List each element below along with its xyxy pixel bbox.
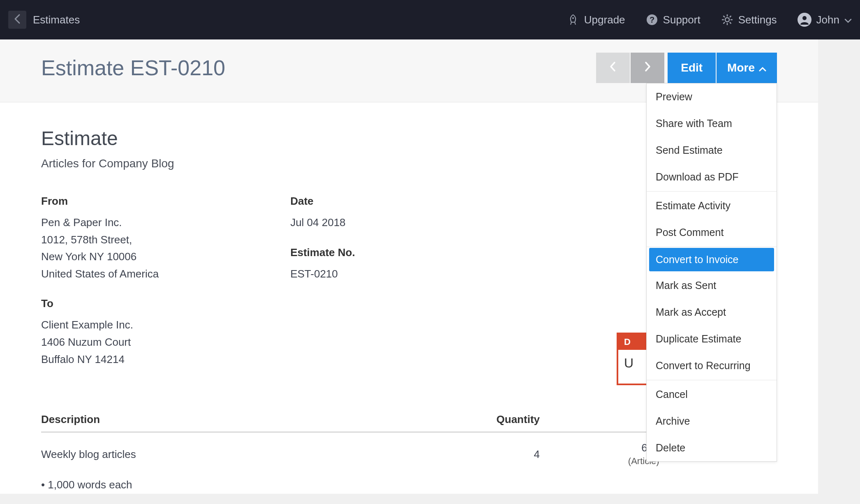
edit-button[interactable]: Edit — [668, 53, 716, 83]
help-icon: ? — [646, 14, 658, 26]
item-bullet: • 1,000 words each — [41, 469, 453, 494]
back-button[interactable] — [8, 11, 26, 29]
date-value: Jul 04 2018 — [290, 214, 355, 231]
more-label: More — [727, 61, 755, 74]
item-description: Weekly blog articles — [41, 432, 453, 469]
to-label: To — [41, 297, 159, 310]
dropdown-item-share-with-team[interactable]: Share with Team — [647, 110, 777, 137]
rocket-icon — [567, 14, 579, 26]
chevron-down-icon — [844, 14, 852, 26]
user-menu[interactable]: John — [798, 13, 852, 27]
support-link[interactable]: ? Support — [646, 14, 700, 26]
estimate-no-value: EST-0210 — [290, 266, 355, 283]
dropdown-item-duplicate-estimate[interactable]: Duplicate Estimate — [647, 326, 777, 352]
chevron-left-icon — [609, 60, 617, 76]
upgrade-label: Upgrade — [584, 14, 625, 26]
to-line2: 1406 Nuzum Court — [41, 334, 159, 351]
to-line3: Buffalo NY 14214 — [41, 351, 159, 368]
svg-point-4 — [802, 16, 807, 20]
item-quantity: 4 — [453, 432, 556, 469]
dropdown-item-mark-as-accept[interactable]: Mark as Accept — [647, 299, 777, 326]
gear-icon — [721, 14, 733, 26]
chevron-right-icon — [644, 60, 651, 76]
user-name: John — [816, 14, 839, 26]
pager-next-button[interactable] — [631, 53, 664, 83]
dropdown-separator — [647, 191, 777, 192]
from-label: From — [41, 195, 159, 208]
dropdown-item-delete[interactable]: Delete — [647, 435, 777, 461]
dropdown-item-archive[interactable]: Archive — [647, 408, 777, 435]
breadcrumb[interactable]: Estimates — [33, 14, 80, 26]
dropdown-item-convert-to-recurring[interactable]: Convert to Recurring — [647, 352, 777, 379]
upgrade-link[interactable]: Upgrade — [567, 14, 625, 26]
from-line2: 1012, 578th Street, — [41, 231, 159, 249]
support-label: Support — [663, 14, 700, 26]
dropdown-item-post-comment[interactable]: Post Comment — [647, 219, 777, 246]
more-button[interactable]: More — [717, 53, 777, 83]
page-title: Estimate EST-0210 — [41, 55, 225, 80]
col-rate: R — [556, 407, 659, 432]
avatar-icon — [798, 13, 811, 27]
chevron-up-icon — [759, 61, 766, 74]
dropdown-item-estimate-activity[interactable]: Estimate Activity — [647, 192, 777, 219]
date-label: Date — [290, 195, 355, 208]
dropdown-item-cancel[interactable]: Cancel — [647, 381, 777, 408]
from-line4: United States of America — [41, 266, 159, 283]
from-line1: Pen & Paper Inc. — [41, 214, 159, 231]
dropdown-item-send-estimate[interactable]: Send Estimate — [647, 137, 777, 164]
settings-link[interactable]: Settings — [721, 14, 777, 26]
chevron-left-icon — [14, 13, 21, 26]
dropdown-item-download-as-pdf[interactable]: Download as PDF — [647, 164, 777, 190]
col-quantity: Quantity — [453, 407, 556, 432]
dropdown-item-convert-to-invoice[interactable]: Convert to Invoice — [649, 248, 774, 271]
item-rate: 600 (Article) — [556, 432, 659, 469]
svg-text:?: ? — [649, 15, 654, 24]
dropdown-item-mark-as-sent[interactable]: Mark as Sent — [647, 272, 777, 299]
settings-label: Settings — [738, 14, 777, 26]
dropdown-separator — [647, 247, 777, 247]
dropdown-item-preview[interactable]: Preview — [647, 83, 777, 110]
more-dropdown: PreviewShare with TeamSend EstimateDownl… — [646, 83, 777, 462]
estimate-no-label: Estimate No. — [290, 246, 355, 259]
svg-point-3 — [725, 18, 729, 22]
col-description: Description — [41, 407, 453, 432]
from-line3: New York NY 10006 — [41, 248, 159, 266]
to-line1: Client Example Inc. — [41, 317, 159, 334]
dropdown-separator — [647, 380, 777, 380]
svg-point-0 — [572, 17, 574, 19]
pager-prev-button[interactable] — [596, 53, 630, 83]
